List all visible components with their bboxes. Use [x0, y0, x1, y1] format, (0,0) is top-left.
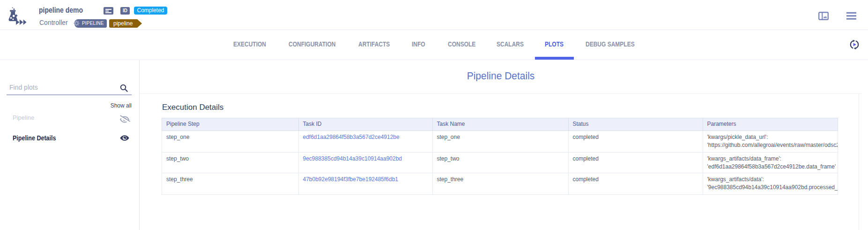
svg-text:pipeline: pipeline	[113, 20, 133, 27]
